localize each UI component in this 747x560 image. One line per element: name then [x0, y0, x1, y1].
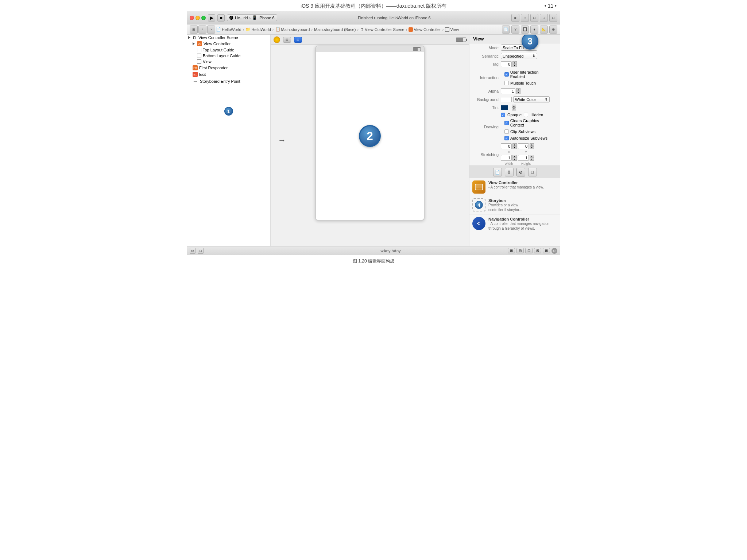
clip-checkbox[interactable]	[504, 129, 509, 134]
clears-row[interactable]: Clears Graphics Context	[501, 118, 557, 128]
breadcrumb-item-4[interactable]: Main.storyboard (Base)	[314, 27, 356, 32]
sw-up[interactable]: ▲	[512, 155, 517, 158]
size-inspector-btn[interactable]: 📐	[540, 26, 548, 34]
help-btn[interactable]: ?	[511, 26, 519, 34]
multiple-touch-checkbox[interactable]	[504, 81, 509, 85]
canvas-area[interactable]: ⊞ ⊟ →	[271, 35, 469, 246]
file-inspector-btn[interactable]: 📄	[502, 26, 510, 34]
canvas-grid-btn[interactable]: ⊞	[283, 37, 291, 43]
stretch-x-arrows[interactable]: ▲ ▼	[512, 143, 517, 149]
stretch-x-input[interactable]	[501, 143, 512, 149]
bottom-square-btn[interactable]: □	[198, 248, 204, 254]
clip-row[interactable]: Clip Subviews	[501, 129, 557, 135]
tint-down[interactable]: ▼	[512, 108, 516, 110]
breadcrumb-vc[interactable]: View Controller	[409, 27, 441, 32]
alpha-input[interactable]	[501, 88, 515, 94]
sw-down[interactable]: ▼	[512, 158, 517, 161]
grid-view-btn[interactable]: ⊞	[190, 26, 198, 34]
tag-arrows[interactable]: ▲ ▼	[512, 61, 517, 67]
tab-file[interactable]: 📄	[493, 168, 502, 176]
tint-swatch[interactable]	[501, 105, 508, 110]
stretch-y-input[interactable]	[518, 143, 529, 149]
utilities-toggle[interactable]: □	[549, 14, 557, 22]
user-interaction-checkbox[interactable]	[504, 72, 509, 77]
breadcrumb-item-1[interactable]: 📄 HelloWorld	[216, 27, 241, 32]
tab-media[interactable]: □	[528, 168, 537, 176]
sidebar-item-entry-point[interactable]: → Storyboard Entry Point	[187, 78, 270, 85]
sidebar-item-top-layout[interactable]: Top Layout Guide	[187, 47, 270, 53]
autoresize-checkbox[interactable]	[504, 136, 509, 140]
bottom-resolve-btn[interactable]: ⊠	[534, 248, 541, 253]
library-item-nav[interactable]: Navigation Controller - A controller tha…	[469, 215, 560, 233]
sh-up[interactable]: ▲	[530, 155, 534, 158]
tint-arrows[interactable]: ▲ ▼	[512, 105, 516, 110]
sy-up[interactable]: ▲	[530, 143, 534, 146]
breadcrumb-item-3[interactable]: 📋 Main.storyboard	[275, 27, 310, 32]
bottom-size-btn[interactable]: ⊞	[543, 248, 550, 253]
identity-inspector-btn[interactable]: 🔲	[521, 26, 529, 34]
connections-inspector-btn[interactable]: ⊕	[549, 26, 557, 34]
tab-code[interactable]: {}	[505, 168, 514, 176]
scheme-selector[interactable]: 🅐 He...rld › 📱 iPhone 6	[227, 14, 277, 21]
alpha-down[interactable]: ▼	[516, 91, 520, 94]
bottom-info-btn[interactable]: ⊙	[551, 248, 557, 254]
sidebar-item-bottom-layout[interactable]: Bottom Layout Guide	[187, 53, 270, 59]
sidebar-item-view[interactable]: View	[187, 59, 270, 65]
close-button[interactable]	[190, 16, 194, 20]
editor-standard-btn[interactable]: ≡	[511, 14, 519, 22]
user-interaction-row[interactable]: User Interaction Enabled	[501, 69, 557, 79]
background-swatch[interactable]	[501, 97, 512, 102]
stop-button[interactable]: ■	[217, 14, 225, 22]
breadcrumb-view[interactable]: View	[445, 27, 459, 32]
alpha-stepper[interactable]: ▲ ▼	[501, 88, 520, 94]
tint-stepper[interactable]: ▲ ▼	[512, 105, 516, 110]
sidebar-item-vc-scene[interactable]: 🗒 View Controller Scene	[187, 35, 270, 40]
minimize-button[interactable]	[196, 16, 200, 20]
library-item-vc[interactable]: View Controller - A controller that mana…	[469, 178, 560, 196]
stretch-y-arrows[interactable]: ▲ ▼	[530, 143, 534, 149]
stretch-h-input[interactable]	[518, 155, 529, 161]
hidden-checkbox[interactable]	[524, 113, 528, 117]
tag-up[interactable]: ▲	[512, 61, 517, 64]
navigator-toggle[interactable]: □	[530, 14, 538, 22]
sidebar-item-exit[interactable]: EX Exit	[187, 71, 270, 78]
canvas-layout-btn[interactable]: ⊟	[294, 37, 302, 43]
maximize-button[interactable]	[201, 16, 206, 20]
tag-down[interactable]: ▼	[512, 64, 517, 67]
editor-assistant-btn[interactable]: ↔	[521, 14, 529, 22]
run-button[interactable]: ▶	[208, 14, 215, 22]
bottom-circle-btn[interactable]: ⊙	[190, 248, 196, 254]
tint-up[interactable]: ▲	[512, 105, 516, 108]
sy-down[interactable]: ▼	[530, 146, 534, 149]
forward-btn[interactable]: ›	[207, 26, 215, 34]
tag-input[interactable]	[501, 61, 512, 67]
alpha-up[interactable]: ▲	[516, 88, 520, 91]
sidebar-item-vc[interactable]: VC View Controller	[187, 40, 270, 47]
sx-down[interactable]: ▼	[512, 146, 517, 149]
canvas-circle-btn[interactable]	[274, 36, 280, 43]
bottom-pin-btn[interactable]: ⊡	[525, 248, 533, 253]
stretch-w-arrows[interactable]: ▲ ▼	[512, 155, 517, 161]
tag-stepper[interactable]: ▲ ▼	[501, 61, 517, 67]
stretch-h-arrows[interactable]: ▲ ▼	[530, 155, 534, 161]
bottom-grid-btn[interactable]: ⊞	[508, 248, 515, 253]
semantic-dropdown[interactable]: Unspecified ⇕	[501, 53, 537, 59]
breadcrumb-item-2[interactable]: 📁 HelloWorld	[245, 27, 271, 32]
opaque-checkbox[interactable]	[501, 113, 505, 117]
autoresize-row[interactable]: Autoresize Subviews	[501, 135, 557, 141]
breadcrumb-scene[interactable]: 🗒 View Controller Scene	[360, 27, 405, 32]
tab-object[interactable]: ⊙	[516, 168, 525, 176]
attributes-inspector-btn[interactable]: ♦	[530, 26, 538, 34]
sx-up[interactable]: ▲	[512, 143, 517, 146]
back-btn[interactable]: ‹	[198, 26, 206, 34]
debug-toggle[interactable]: □	[540, 14, 548, 22]
multiple-touch-row[interactable]: Multiple Touch	[501, 80, 557, 86]
background-dropdown[interactable]: White Color ⇕	[513, 96, 550, 102]
sh-down[interactable]: ▼	[530, 158, 534, 161]
sidebar-item-first-responder[interactable]: FR First Responder	[187, 65, 270, 71]
bottom-align-btn[interactable]: ⊟	[516, 248, 524, 253]
clears-checkbox[interactable]	[504, 121, 509, 125]
stretch-w-input[interactable]	[501, 155, 512, 161]
alpha-arrows[interactable]: ▲ ▼	[516, 88, 520, 94]
library-item-storyboard[interactable]: 4 Storyboa - Provides or a viewcontrolle…	[469, 196, 560, 215]
